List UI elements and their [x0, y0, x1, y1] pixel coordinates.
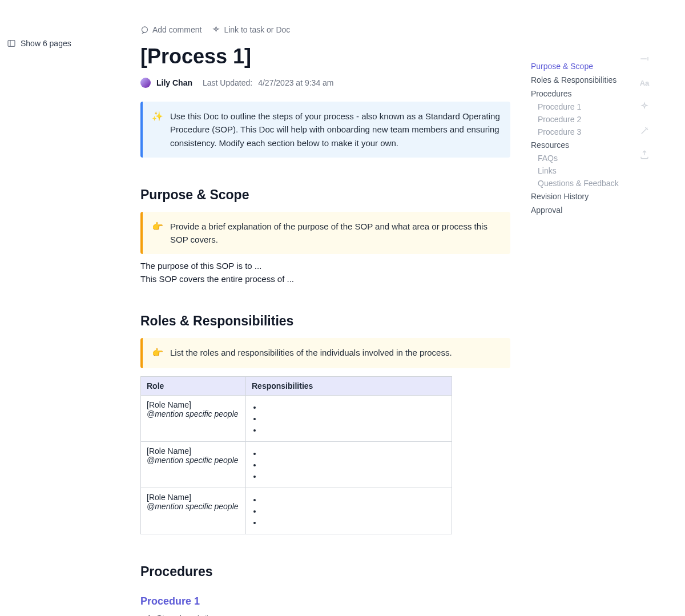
font-aa-icon: Aa: [640, 79, 650, 87]
purpose-callout[interactable]: 👉 Provide a brief explanation of the pur…: [140, 212, 510, 255]
outline-item-questions[interactable]: Questions & Feedback: [531, 177, 628, 190]
roles-th-role: Role: [141, 377, 246, 396]
roles-table[interactable]: Role Responsibilities [Role Name] @menti…: [140, 376, 452, 534]
procedures-heading[interactable]: Procedures: [140, 564, 510, 579]
sparkle-tool[interactable]: [639, 102, 650, 112]
role-name: [Role Name]: [147, 446, 240, 456]
roles-callout-text: List the roles and responsibilities of t…: [170, 346, 452, 360]
outline-item-procedure-1[interactable]: Procedure 1: [531, 100, 628, 113]
export-tool[interactable]: [639, 150, 650, 160]
resp-list[interactable]: [252, 402, 446, 434]
document-body: Add comment Link to task or Doc [Process…: [140, 0, 510, 616]
show-pages-toggle[interactable]: Show 6 pages: [7, 39, 71, 48]
purpose-p1[interactable]: The purpose of this SOP is to ...: [140, 261, 510, 271]
link-icon: [212, 26, 220, 34]
export-icon: [639, 150, 650, 160]
link-task-label: Link to task or Doc: [224, 25, 290, 34]
last-updated-label: Last Updated:: [203, 78, 252, 87]
roles-heading[interactable]: Roles & Responsibilities: [140, 313, 510, 329]
point-right-emoji-icon: 👉: [152, 346, 163, 360]
wand-tool[interactable]: [639, 126, 650, 136]
procedure-1-heading[interactable]: Procedure 1: [140, 595, 510, 607]
outline-item-procedure-2[interactable]: Procedure 2: [531, 113, 628, 126]
wand-icon: [639, 126, 650, 136]
role-mention: @mention specific people: [147, 409, 240, 418]
panel-left-icon: [7, 39, 16, 48]
sparkle-icon: [639, 102, 650, 112]
table-row[interactable]: [Role Name] @mention specific people: [141, 396, 452, 442]
role-mention: @mention specific people: [147, 456, 240, 465]
procedure-1-steps[interactable]: Step description: [140, 613, 510, 616]
document-outline: Purpose & Scope Roles & Responsibilities…: [531, 59, 628, 217]
step-item[interactable]: Step description: [156, 613, 510, 616]
show-pages-label: Show 6 pages: [21, 39, 71, 48]
width-tool[interactable]: [639, 54, 650, 64]
font-tool[interactable]: Aa: [639, 78, 650, 88]
role-mention: @mention specific people: [147, 502, 240, 511]
outline-item-procedure-3[interactable]: Procedure 3: [531, 126, 628, 138]
intro-callout-text: Use this Doc to outline the steps of you…: [170, 110, 501, 150]
roles-callout[interactable]: 👉 List the roles and responsibilities of…: [140, 338, 510, 368]
outline-item-faqs[interactable]: FAQs: [531, 152, 628, 164]
role-name: [Role Name]: [147, 493, 240, 502]
role-name: [Role Name]: [147, 400, 240, 409]
page-title[interactable]: [Process 1]: [140, 45, 510, 69]
table-row[interactable]: [Role Name] @mention specific people: [141, 442, 452, 488]
purpose-heading[interactable]: Purpose & Scope: [140, 187, 510, 203]
outline-item-revision[interactable]: Revision History: [531, 190, 628, 203]
comment-icon: [140, 26, 149, 34]
outline-item-roles[interactable]: Roles & Responsibilities: [531, 73, 628, 87]
svg-point-4: [142, 26, 148, 32]
resp-list[interactable]: [252, 449, 446, 481]
doc-settings-toolbar: Aa: [639, 54, 650, 160]
sparkles-emoji-icon: ✨: [152, 110, 163, 150]
avatar[interactable]: [140, 78, 151, 88]
intro-callout[interactable]: ✨ Use this Doc to outline the steps of y…: [140, 102, 510, 158]
outline-item-approval[interactable]: Approval: [531, 203, 628, 217]
outline-item-resources[interactable]: Resources: [531, 138, 628, 152]
author-name[interactable]: Lily Chan: [156, 78, 192, 87]
doc-actions-bar: Add comment Link to task or Doc: [140, 25, 510, 34]
roles-th-resp: Responsibilities: [246, 377, 452, 396]
width-icon: [639, 54, 650, 64]
link-task-button[interactable]: Link to task or Doc: [212, 25, 290, 34]
purpose-p2[interactable]: This SOP covers the entire process of ..…: [140, 274, 510, 284]
outline-item-procedures[interactable]: Procedures: [531, 87, 628, 100]
purpose-callout-text: Provide a brief explanation of the purpo…: [170, 220, 501, 247]
add-comment-button[interactable]: Add comment: [140, 25, 202, 34]
point-right-emoji-icon: 👉: [152, 220, 163, 247]
byline: Lily Chan Last Updated: 4/27/2023 at 9:3…: [140, 78, 510, 88]
outline-item-purpose[interactable]: Purpose & Scope: [531, 59, 628, 73]
add-comment-label: Add comment: [152, 25, 202, 34]
resp-list[interactable]: [252, 495, 446, 527]
last-updated-value: 4/27/2023 at 9:34 am: [258, 78, 333, 87]
outline-item-links[interactable]: Links: [531, 164, 628, 177]
table-row[interactable]: [Role Name] @mention specific people: [141, 488, 452, 534]
svg-rect-0: [8, 41, 15, 47]
